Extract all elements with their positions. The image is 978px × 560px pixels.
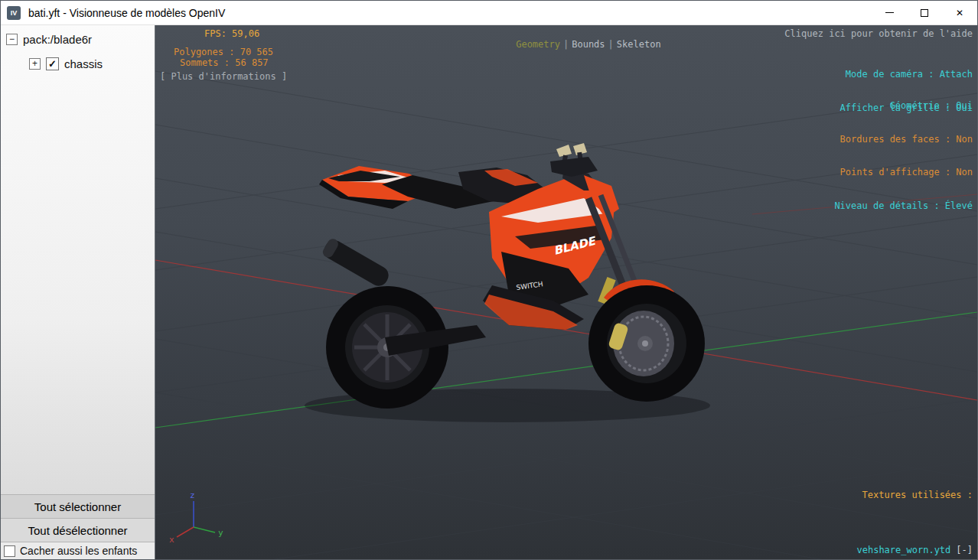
- textures-panel: Textures utilisées : vehshare_worn.ytd[-…: [796, 461, 973, 559]
- tab-bounds[interactable]: Bounds: [572, 39, 605, 50]
- chassis-checkbox[interactable]: ✓: [46, 57, 59, 70]
- close-icon: ✕: [956, 8, 963, 18]
- mode-separator: |: [608, 39, 614, 50]
- model-tree-sidebar: − pack:/blade6r + ✓ chassis Tout sélecti…: [1, 25, 155, 559]
- axis-y-label: y: [218, 528, 223, 538]
- minimize-button[interactable]: [872, 1, 907, 24]
- check-icon: ✓: [48, 59, 57, 69]
- remove-texture-button[interactable]: [-]: [956, 545, 973, 555]
- tree-item-chassis[interactable]: + ✓ chassis: [29, 57, 155, 70]
- tree-item-root-label[interactable]: pack:/blade6r: [23, 33, 92, 46]
- close-button[interactable]: ✕: [942, 1, 977, 24]
- hide-children-row[interactable]: Cacher aussi les enfants: [1, 542, 155, 559]
- tree-item-chassis-label[interactable]: chassis: [64, 57, 103, 70]
- geometry-status: Géométrie : Oui: [834, 100, 973, 112]
- titlebar[interactable]: IV bati.yft - Visionneuse de modèles Ope…: [1, 1, 977, 25]
- more-info-link[interactable]: [ Plus d'informations ]: [160, 71, 287, 82]
- handlebar-cluster: [550, 157, 598, 177]
- motorcycle-model: BLADE SWITCH: [305, 143, 710, 422]
- exhaust: [321, 237, 392, 290]
- expand-icon[interactable]: +: [29, 58, 41, 70]
- hide-children-checkbox[interactable]: [4, 545, 15, 557]
- tab-geometry[interactable]: Geometry: [516, 39, 560, 50]
- select-all-button[interactable]: Tout sélectionner: [1, 494, 155, 518]
- main-content: − pack:/blade6r + ✓ chassis Tout sélecti…: [1, 25, 977, 559]
- tab-skeleton[interactable]: Skeleton: [617, 39, 661, 50]
- face-edges-status: Bordures des faces : Non: [834, 134, 973, 145]
- texture-row: vehshare_worn.ytd[-]: [796, 529, 973, 559]
- texture-name: vehshare_worn.ytd: [856, 545, 950, 555]
- help-link[interactable]: Cliquez ici pour obtenir de l'aide: [784, 28, 973, 39]
- textures-title: Textures utilisées :: [796, 488, 973, 502]
- axis-gizmo: z y x: [169, 490, 223, 545]
- display-points-status: Points d'affichage : Non: [834, 167, 973, 178]
- openiv-model-viewer-window: IV bati.yft - Visionneuse de modèles Ope…: [0, 0, 978, 560]
- window-title: bati.yft - Visionneuse de modèles OpenIV: [28, 7, 872, 19]
- app-icon[interactable]: IV: [7, 6, 21, 20]
- window-controls: ✕: [872, 1, 977, 24]
- minimize-icon: [885, 12, 894, 13]
- lod-status: Niveau de détails : Élevé: [834, 200, 973, 212]
- 3d-viewport[interactable]: BLADE SWITCH z y x FPS: 59,06 Polygones …: [155, 25, 977, 559]
- tree-item-root[interactable]: − pack:/blade6r: [6, 33, 155, 46]
- hide-children-label: Cacher aussi les enfants: [20, 545, 137, 557]
- axis-x-label: x: [169, 535, 174, 545]
- axis-z-label: z: [190, 490, 195, 500]
- front-wheel: [588, 285, 705, 402]
- maximize-icon: [921, 9, 928, 17]
- deselect-all-button[interactable]: Tout désélectionner: [1, 518, 155, 542]
- collapse-icon[interactable]: −: [6, 34, 18, 45]
- render-options-block: Géométrie : Oui Bordures des faces : Non…: [834, 78, 973, 233]
- maximize-button[interactable]: [907, 1, 942, 24]
- mode-separator: |: [563, 39, 569, 50]
